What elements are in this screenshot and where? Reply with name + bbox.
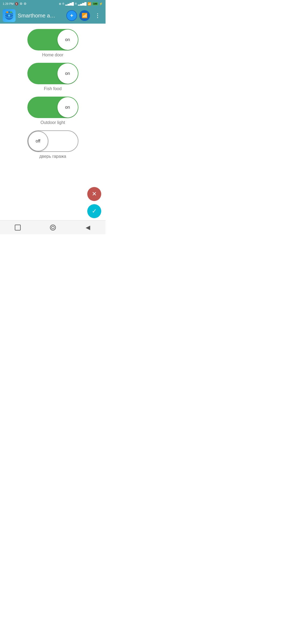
toggle-label-garage-door: дверь гаража [39,154,66,159]
nav-square-button[interactable] [12,222,24,233]
bluetooth-button[interactable]: 📶 [79,10,90,21]
app-icon [3,9,16,22]
toggle-item-outdoor-light: onOutdoor light [27,97,78,125]
app-title: Smarthome a… [18,13,64,19]
status-right: ⊕ ® ▂▄▆█ ® ▂▄▆█ 📶 100 ⚡ [59,2,103,6]
charging-icon: ⚡ [99,2,103,6]
status-bar: 1:29 PM 🔇 ⚙ ⚙ ⊕ ® ▂▄▆█ ® ▂▄▆█ 📶 100 ⚡ [0,0,106,8]
svg-rect-4 [10,12,12,13]
toggle-label-fish-food: Fish food [44,86,62,91]
app-logo-svg [4,10,14,21]
toggle-switch-outdoor-light[interactable]: on [27,97,78,118]
app-bar: Smarthome a… + 📶 ⋮ [0,8,106,24]
toggle-item-fish-food: onFish food [27,63,78,91]
back-icon: ◀ [86,224,90,231]
toggle-switch-fish-food[interactable]: on [27,63,78,84]
toggle-item-garage-door: offдверь гаража [27,130,78,159]
wifi-icon: 📶 [88,2,91,6]
mute-icon: 🔇 [15,2,19,6]
bottom-nav: ◀ [0,220,106,234]
toggle-label-home-door: Home door [42,53,63,57]
svg-rect-3 [6,12,8,13]
close-icon: ✕ [92,191,97,197]
main-content: onHome dooronFish foodonOutdoor lightoff… [0,24,106,170]
gear-icon: ⚙ [24,2,27,6]
toggle-item-home-door: onHome door [27,29,78,57]
bluetooth-icon: 📶 [82,13,88,19]
fab-check-button[interactable]: ✓ [87,204,101,218]
r-icon-2: ® [75,2,77,5]
status-left: 1:29 PM 🔇 ⚙ ⚙ [3,2,27,6]
battery-icon: 100 [92,2,98,5]
square-icon [15,225,21,230]
signal-icon-2: ▂▄▆█ [78,2,86,6]
r-icon-1: ® [62,2,64,5]
toggle-knob-home-door: on [57,30,78,50]
toggle-switch-garage-door[interactable]: off [27,130,78,152]
nav-home-button[interactable] [47,222,59,233]
toggle-knob-fish-food: on [57,63,78,84]
more-icon: ⋮ [95,12,100,19]
toggle-label-outdoor-light: Outdoor light [41,120,65,125]
fab-close-button[interactable]: ✕ [87,187,101,201]
settings-icon: ⚙ [20,2,23,6]
toggle-knob-garage-door: off [28,131,48,151]
status-time: 1:29 PM [3,2,14,5]
toggle-knob-outdoor-light: on [57,97,78,118]
add-icon: + [70,13,73,19]
toggle-switch-home-door[interactable]: on [27,29,78,50]
bluetooth-status-icon: ⊕ [59,2,61,6]
add-button[interactable]: + [66,10,77,21]
fab-container: ✕ ✓ [87,187,101,218]
circle-icon [50,225,56,230]
svg-point-2 [8,14,10,17]
signal-icon-1: ▂▄▆█ [65,2,74,6]
check-icon: ✓ [92,208,97,215]
nav-back-button[interactable]: ◀ [82,222,94,233]
more-button[interactable]: ⋮ [92,10,103,21]
